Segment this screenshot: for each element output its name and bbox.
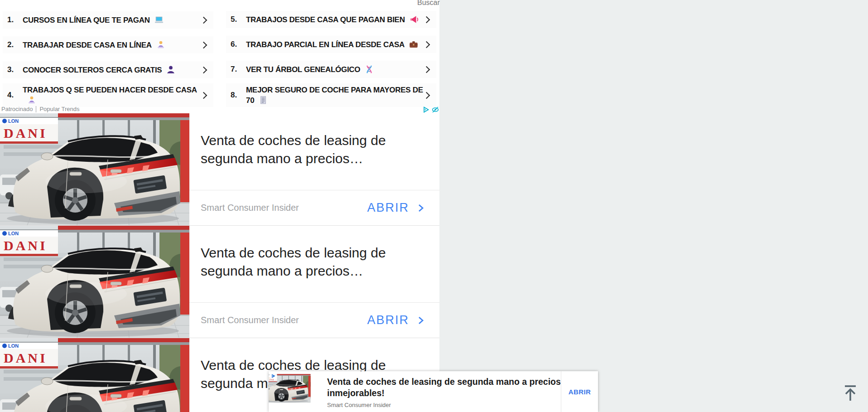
page-side-background [439, 0, 868, 412]
chevron-right-icon [416, 315, 426, 325]
trend-label: TRABAJAR DESDE CASA EN LÍNEA [23, 41, 152, 49]
trend-label: MEJOR SEGURO DE COCHE PARA MAYORES DE 70 [246, 86, 423, 104]
abrir-button[interactable]: ABRIR [561, 371, 598, 412]
ad-headline[interactable]: Venta de coches de leasing de segunda ma… [201, 131, 409, 168]
advertiser-name: Smart Consumer Insider [201, 315, 299, 325]
trend-rank: 4. [7, 91, 19, 100]
trend-label: TRABAJO PARCIAL EN LÍNEA DESDE CASA [246, 40, 405, 49]
briefcase-icon [409, 39, 419, 49]
ad-brand-label: Popular Trends [39, 106, 79, 112]
trend-rank: 2. [7, 40, 19, 49]
anchor-ad-headline[interactable]: Venta de coches de leasing de segunda ma… [327, 376, 561, 399]
sponsored-attribution: Patrocinado Popular Trends [1, 106, 80, 112]
chevron-right-icon [200, 41, 207, 48]
page: LON DANI [0, 0, 868, 412]
trend-label: TRABAJOS DESDE CASA QUE PAGAN BIEN [246, 15, 405, 24]
ad-card-2[interactable]: Venta de coches de leasing de segunda ma… [0, 226, 439, 338]
chevron-right-icon [423, 92, 430, 99]
ad-image-car-showroom[interactable] [0, 338, 189, 412]
trend-item-6[interactable]: 6. TRABAJO PARCIAL EN LÍNEA DESDE CASA [226, 36, 436, 53]
sponsored-label: Patrocinado [1, 106, 33, 112]
trend-item-4[interactable]: 4. TRABAJOS Q SE PUEDEN HACER DESDE CASA [3, 83, 213, 107]
abrir-button[interactable]: ABRIR [367, 313, 426, 327]
person-laptop-icon [156, 40, 166, 50]
mute-ad-eye-icon[interactable] [432, 106, 439, 113]
trend-rank: 8. [231, 91, 242, 100]
trend-item-3[interactable]: 3. CONOCER SOLTEROS CERCA GRATIS [3, 61, 213, 78]
chevron-right-icon [423, 16, 430, 23]
person-laptop-icon [27, 95, 37, 105]
trend-rank: 7. [231, 65, 242, 74]
arrow-up-to-line-icon [840, 383, 860, 403]
chevron-right-icon [200, 92, 207, 99]
trend-item-2[interactable]: 2. TRABAJAR DESDE CASA EN LÍNEA [3, 36, 213, 53]
trend-item-5[interactable]: 5. TRABAJOS DESDE CASA QUE PAGAN BIEN [226, 11, 436, 28]
chevron-right-icon [416, 203, 426, 213]
megaphone-icon [409, 15, 419, 24]
search-label[interactable]: Buscar [417, 0, 440, 7]
abrir-button[interactable]: ABRIR [367, 201, 426, 215]
ad-headline[interactable]: Venta de coches de leasing de segunda ma… [201, 244, 409, 280]
trend-item-7[interactable]: 7. VER TU ÁRBOL GENEALÓGICO [226, 61, 436, 78]
bust-silhouette-icon [166, 65, 176, 75]
chevron-right-icon [200, 16, 207, 24]
adchoices-icon[interactable] [422, 106, 429, 113]
trend-label: CONOCER SOLTEROS CERCA GRATIS [23, 66, 162, 74]
divider [36, 106, 36, 112]
ad-card-1[interactable]: Venta de coches de leasing de segunda ma… [0, 113, 439, 226]
receipt-icon [258, 95, 268, 105]
trend-item-1[interactable]: 1. CURSOS EN LÍNEA QUE TE PAGAN [3, 11, 213, 29]
ad-image-car-showroom[interactable] [0, 113, 189, 225]
advertiser-name: Smart Consumer Insider [201, 203, 299, 213]
chevron-right-icon [423, 66, 430, 73]
adchoices-icon[interactable] [270, 372, 277, 379]
scroll-to-top-button[interactable] [839, 382, 861, 404]
laptop-icon [154, 15, 164, 25]
advertiser-name: Smart Consumer Insider [327, 402, 555, 408]
trend-rank: 5. [231, 15, 242, 24]
trend-label: TRABAJOS Q SE PUEDEN HACER DESDE CASA [23, 86, 197, 94]
anchor-ad-bar[interactable]: Venta de coches de leasing de segunda ma… [269, 371, 598, 412]
trend-rank: 3. [7, 65, 19, 74]
trend-label: CURSOS EN LÍNEA QUE TE PAGAN [23, 16, 150, 24]
dna-icon [364, 64, 374, 74]
trend-rank: 1. [7, 15, 19, 24]
trend-item-8[interactable]: 8. MEJOR SEGURO DE COCHE PARA MAYORES DE… [226, 83, 436, 107]
native-ad-list: Venta de coches de leasing de segunda ma… [0, 113, 439, 412]
ad-image-car-showroom[interactable] [0, 226, 189, 338]
anchor-ad-thumbnail[interactable] [269, 371, 317, 412]
chevron-right-icon [200, 66, 207, 73]
chevron-right-icon [423, 41, 430, 48]
trend-label: VER TU ÁRBOL GENEALÓGICO [246, 65, 360, 74]
trend-rank: 6. [231, 40, 242, 49]
